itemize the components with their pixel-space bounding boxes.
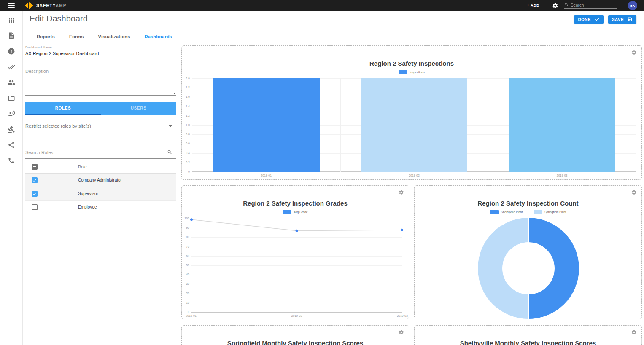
- search-roles-box: [25, 150, 176, 159]
- role-label: Employee: [78, 205, 97, 209]
- search-roles-input[interactable]: [25, 150, 167, 155]
- chart-legend: Inspections: [182, 70, 641, 74]
- legend-item[interactable]: Inspections: [399, 70, 424, 74]
- role-row[interactable]: Company Administrator: [25, 174, 176, 187]
- panel-springfield-scores: Springfield Monthly Safety Inspection Sc…: [181, 325, 409, 345]
- record-voice-icon[interactable]: [8, 110, 15, 118]
- y-axis-tick: 40: [181, 273, 189, 276]
- legend-swatch: [283, 210, 291, 214]
- roles-table-body: Company AdministratorSupervisorEmployee: [25, 174, 176, 214]
- tab-bar: Reports Forms Visualizations Dashboards: [30, 30, 179, 43]
- dashboard-form: Dashboard Name ROLES USERS Restrict sele…: [25, 45, 176, 214]
- legend-label: Avg Grade: [294, 211, 307, 214]
- widget-gear-icon[interactable]: [631, 329, 637, 334]
- role-label: Company Administrator: [78, 178, 122, 182]
- y-axis-tick: 0: [181, 170, 190, 173]
- y-axis-tick: 1.6: [181, 95, 190, 98]
- share-icon[interactable]: [8, 141, 15, 149]
- y-axis-tick: 1.4: [181, 105, 190, 108]
- avatar[interactable]: EK: [628, 1, 637, 10]
- y-axis-tick: 50: [181, 264, 189, 267]
- y-axis-tick: 0.8: [181, 133, 190, 136]
- bar-2019-03[interactable]: [509, 78, 615, 172]
- y-axis-tick: 0.4: [181, 152, 190, 155]
- people-icon[interactable]: [8, 79, 15, 86]
- settings-gear-icon[interactable]: [552, 3, 558, 9]
- role-column-header: Role: [78, 165, 87, 169]
- widget-gear-icon[interactable]: [631, 189, 637, 195]
- apps-icon[interactable]: [8, 16, 15, 24]
- x-axis-tick: 2019-03: [390, 314, 415, 317]
- y-axis-tick: 1.8: [181, 86, 190, 89]
- y-axis-tick: 0: [181, 310, 189, 313]
- checkbox-unchecked[interactable]: [32, 204, 38, 210]
- gridline: [340, 78, 341, 172]
- checkbox-checked[interactable]: [32, 191, 38, 197]
- legend-label: Shelbyville Plant: [501, 211, 523, 214]
- donut-chart[interactable]: [478, 218, 579, 319]
- menu-icon[interactable]: [8, 3, 15, 8]
- dashboard-name-input[interactable]: [25, 49, 176, 60]
- data-point-2019-02[interactable]: [296, 230, 298, 232]
- bar-2019-02[interactable]: [361, 78, 467, 172]
- legend-label: Inspections: [410, 71, 424, 74]
- tab-reports[interactable]: Reports: [30, 30, 62, 43]
- role-row[interactable]: Employee: [25, 201, 176, 214]
- roles-table-header: Role: [25, 160, 176, 174]
- widget-gear-icon[interactable]: [399, 189, 404, 195]
- y-axis-tick: 1.2: [181, 114, 190, 117]
- done-button-label: DONE: [578, 17, 591, 22]
- tab-visualizations[interactable]: Visualizations: [91, 30, 137, 43]
- line-chart-plot: 01020304050607080901002019-012019-022019…: [191, 219, 402, 312]
- roles-table: Role Company AdministratorSupervisorEmpl…: [25, 160, 176, 214]
- y-axis-tick: 80: [181, 235, 189, 238]
- search-input[interactable]: [571, 3, 617, 8]
- done-all-icon[interactable]: [8, 63, 15, 71]
- gavel-icon[interactable]: [8, 126, 15, 133]
- y-axis-tick: 70: [181, 245, 189, 248]
- y-axis-tick: 30: [181, 282, 189, 285]
- tab-roles[interactable]: ROLES: [25, 102, 101, 115]
- chart-legend: Shelbyville Plant Springfield Plant: [415, 210, 641, 214]
- brand-name: SAFETYAMP: [36, 3, 67, 8]
- x-axis-tick: 2019-03: [488, 174, 636, 177]
- widget-gear-icon[interactable]: [399, 329, 404, 334]
- y-axis-tick: 2.0: [181, 77, 190, 80]
- panel-region2-grades: Region 2 Safety Inspection Grades Avg Gr…: [181, 185, 409, 319]
- checkbox-checked[interactable]: [32, 177, 38, 183]
- save-button[interactable]: SAVE: [608, 15, 636, 24]
- legend-item[interactable]: Springfield Plant: [534, 210, 566, 214]
- y-axis-tick: 60: [181, 254, 189, 257]
- tab-users[interactable]: USERS: [101, 102, 176, 115]
- data-point-2019-03[interactable]: [401, 229, 403, 231]
- page-title: Edit Dashboard: [30, 14, 88, 24]
- legend-item[interactable]: Avg Grade: [283, 210, 307, 214]
- widget-gear-icon[interactable]: [631, 49, 637, 55]
- phone-icon[interactable]: [8, 157, 15, 164]
- data-point-2019-01[interactable]: [190, 218, 193, 221]
- search-icon: [564, 3, 569, 7]
- brand-logo[interactable]: SAFETYAMP: [25, 2, 67, 9]
- tab-dashboards[interactable]: Dashboards: [137, 30, 180, 43]
- panel-region2-inspections: Region 2 Safety Inspections Inspections …: [181, 45, 642, 180]
- add-button[interactable]: + ADD: [527, 3, 539, 8]
- done-button[interactable]: DONE: [574, 15, 604, 24]
- x-axis-tick: 2019-02: [340, 174, 488, 177]
- logo-icon: [25, 2, 33, 9]
- legend-label: Springfield Plant: [544, 211, 566, 214]
- document-icon[interactable]: [8, 32, 15, 40]
- description-input[interactable]: [25, 68, 176, 96]
- bar-2019-01[interactable]: [213, 78, 319, 172]
- x-axis-tick: 2019-01: [192, 174, 340, 177]
- chart-title: Springfield Monthly Safety Inspection Sc…: [182, 340, 409, 345]
- folder-icon[interactable]: [8, 94, 15, 102]
- role-row[interactable]: Supervisor: [25, 187, 176, 201]
- search-icon: [167, 150, 172, 155]
- legend-item[interactable]: Shelbyville Plant: [490, 210, 523, 214]
- tab-forms[interactable]: Forms: [62, 30, 91, 43]
- restrict-sites-select[interactable]: Restrict selected roles by site(s): [25, 123, 176, 134]
- restrict-sites-placeholder: Restrict selected roles by site(s): [25, 123, 91, 128]
- select-all-checkbox[interactable]: [32, 164, 38, 170]
- chart-title: Region 2 Safety Inspection Grades: [182, 200, 409, 207]
- alert-circle-icon[interactable]: [8, 48, 15, 55]
